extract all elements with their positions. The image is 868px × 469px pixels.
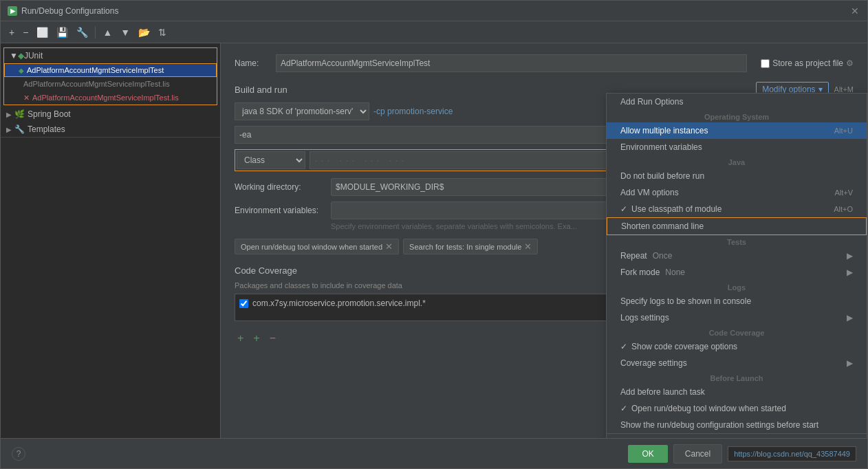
- logs-category-label: Logs: [607, 281, 867, 293]
- dropdown-tooltip: Allow running multiple instances of the …: [607, 433, 867, 438]
- close-button[interactable]: ✕: [849, 6, 860, 17]
- menu-no-build-label: Do not build before run: [620, 171, 704, 181]
- add-button[interactable]: +: [6, 25, 17, 39]
- menu-allow-multiple[interactable]: Allow multiple instances Alt+U: [607, 122, 867, 139]
- tag-open-label: Open run/debug tool window when started: [241, 243, 382, 251]
- ok-button[interactable]: OK: [628, 445, 667, 463]
- test-lis1-item[interactable]: AdPlatformAccountMgmtServiceImplTest.lis: [4, 77, 217, 91]
- coverage-checkbox[interactable]: [239, 299, 248, 308]
- env-vars-label: Environment variables:: [235, 206, 331, 215]
- menu-open-tool-window[interactable]: ✓ Open run/debug tool window when starte…: [607, 400, 867, 417]
- spring-boot-item[interactable]: ▶ 🌿 Spring Boot: [1, 107, 220, 122]
- menu-fork-mode-left: Fork mode None: [620, 268, 685, 277]
- menu-specify-logs[interactable]: Specify logs to be shown in console: [607, 293, 867, 309]
- menu-logs-settings-left: Logs settings: [620, 313, 669, 323]
- menu-env-vars[interactable]: Environment variables: [607, 139, 867, 155]
- name-row: Name: Store as project file ⚙: [235, 54, 854, 72]
- coverage-package: com.x7sy.microservice.promotion.service.…: [252, 298, 426, 308]
- tag-search-close-icon[interactable]: ✕: [524, 241, 532, 252]
- menu-show-coverage[interactable]: ✓ Show code coverage options: [607, 338, 867, 355]
- working-dir-label: Working directory:: [235, 182, 331, 192]
- menu-logs-settings[interactable]: Logs settings ▶: [607, 309, 867, 326]
- menu-show-settings[interactable]: Show the run/debug configuration setting…: [607, 417, 867, 433]
- sort-button[interactable]: ⇅: [155, 25, 169, 39]
- tag-open-close-icon[interactable]: ✕: [385, 241, 393, 252]
- menu-fork-mode-label: Fork mode: [620, 268, 660, 277]
- menu-env-vars-left: Environment variables: [620, 142, 702, 152]
- class-value-dots: ··· ··· ··· ···: [314, 153, 407, 168]
- store-settings-icon[interactable]: ⚙: [846, 58, 854, 68]
- menu-specify-logs-label: Specify logs to be shown in console: [620, 296, 751, 306]
- settings-button[interactable]: 🔧: [74, 25, 91, 39]
- up-button[interactable]: ▲: [100, 25, 115, 39]
- repeat-arrow-icon: ▶: [847, 251, 853, 261]
- build-run-label: Build and run: [235, 85, 287, 95]
- menu-open-tool-window-label: Open run/debug tool window when started: [631, 404, 786, 413]
- menu-add-vm[interactable]: Add VM options Alt+V: [607, 184, 867, 201]
- down-button[interactable]: ▼: [118, 25, 133, 39]
- help-button[interactable]: ?: [12, 447, 25, 461]
- templates-item[interactable]: ▶ 🔧 Templates: [1, 122, 220, 137]
- os-category-label: Operating System: [607, 110, 867, 122]
- spring-icon: 🌿: [14, 109, 25, 119]
- sdk-select[interactable]: java 8 SDK of 'promotion-serv': [235, 102, 369, 120]
- title-bar: ▶ Run/Debug Configurations ✕: [1, 1, 867, 21]
- add-coverage-alt-button[interactable]: +: [250, 331, 262, 346]
- main-test-item[interactable]: ◆ AdPlatformAccountMgmtServiceImplTest: [4, 63, 217, 77]
- store-checkbox[interactable]: [761, 59, 770, 68]
- tag-search-label: Search for tests: In single module: [409, 243, 521, 251]
- menu-use-classpath[interactable]: ✓ Use classpath of module Alt+O: [607, 201, 867, 217]
- java-category-label: Java: [607, 155, 867, 168]
- templates-expand-arrow: ▶: [6, 126, 12, 133]
- test-lis2-item[interactable]: ✕ AdPlatformAccountMgmtServiceImplTest.l…: [4, 91, 217, 105]
- menu-add-run-options[interactable]: Add Run Options: [607, 94, 867, 110]
- horizontal-scrollbar[interactable]: [1, 137, 220, 142]
- coverage-settings-arrow-icon: ▶: [847, 358, 853, 368]
- menu-repeat[interactable]: Repeat Once ▶: [607, 248, 867, 264]
- remove-coverage-button[interactable]: −: [267, 331, 279, 346]
- menu-add-vm-left: Add VM options: [620, 188, 679, 197]
- test-lis2-label: AdPlatformAccountMgmtServiceImplTest.lis: [32, 94, 179, 102]
- menu-use-classpath-left: ✓ Use classpath of module: [620, 204, 721, 214]
- add-coverage-button[interactable]: +: [235, 331, 246, 346]
- menu-shorten-cmd-left: Shorten command line: [621, 221, 704, 231]
- menu-open-tool-window-left: ✓ Open run/debug tool window when starte…: [620, 404, 786, 413]
- menu-fork-mode[interactable]: Fork mode None ▶: [607, 264, 867, 281]
- menu-add-before-launch[interactable]: Add before launch task: [607, 384, 867, 400]
- menu-no-build-left: Do not build before run: [620, 171, 704, 181]
- menu-shorten-cmd-label: Shorten command line: [621, 221, 704, 231]
- separator-1: [95, 26, 96, 39]
- name-input[interactable]: [276, 54, 747, 72]
- test-icon: ◆: [19, 67, 24, 74]
- menu-show-coverage-label: Show code coverage options: [631, 342, 737, 351]
- templates-icon: 🔧: [14, 124, 25, 134]
- spring-expand-arrow: ▶: [6, 111, 12, 118]
- menu-show-settings-left: Show the run/debug configuration setting…: [620, 420, 818, 430]
- save-button[interactable]: 💾: [54, 25, 71, 39]
- junit-label: JUnit: [24, 51, 43, 61]
- menu-logs-settings-label: Logs settings: [620, 313, 669, 323]
- title-bar-right: ✕: [849, 6, 860, 17]
- junit-group: ▼ ◆ JUnit ◆ AdPlatformAccountMgmtService…: [3, 47, 217, 105]
- cancel-button[interactable]: Cancel: [673, 444, 722, 463]
- menu-use-classpath-label: Use classpath of module: [631, 204, 721, 214]
- menu-allow-multiple-left: Allow multiple instances: [620, 126, 708, 135]
- menu-no-build[interactable]: Do not build before run: [607, 168, 867, 184]
- tests-category-label: Tests: [607, 235, 867, 248]
- bottom-right: OK Cancel https://blog.csdn.net/qq_43587…: [628, 444, 856, 463]
- copy-button[interactable]: ⬜: [34, 25, 51, 39]
- menu-allow-multiple-label: Allow multiple instances: [620, 126, 708, 135]
- menu-add-run-options-label: Add Run Options: [620, 97, 683, 107]
- remove-button[interactable]: −: [20, 25, 31, 39]
- store-checkbox-area: Store as project file ⚙: [761, 58, 854, 68]
- menu-coverage-settings[interactable]: Coverage settings ▶: [607, 355, 867, 371]
- folder-button[interactable]: 📂: [135, 25, 153, 39]
- menu-coverage-settings-label: Coverage settings: [620, 358, 687, 368]
- menu-shorten-cmd[interactable]: Shorten command line: [607, 217, 867, 235]
- class-select[interactable]: Class: [237, 151, 305, 169]
- menu-add-vm-label: Add VM options: [620, 188, 679, 197]
- menu-fork-mode-value: None: [665, 268, 685, 277]
- menu-env-vars-label: Environment variables: [620, 142, 702, 152]
- junit-group-header[interactable]: ▼ ◆ JUnit: [4, 48, 217, 63]
- dialog: ▶ Run/Debug Configurations ✕ + − ⬜ 💾 🔧 ▲…: [0, 0, 868, 469]
